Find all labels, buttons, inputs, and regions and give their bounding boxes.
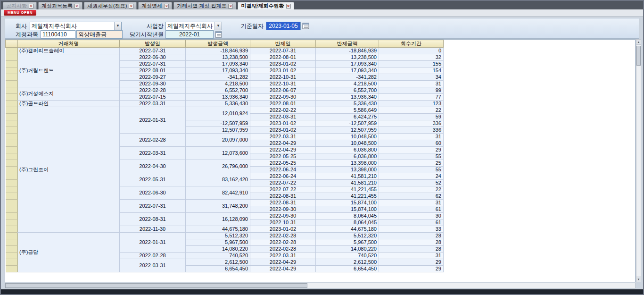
cell-settle-date[interactable]: 2022-04-29 — [250, 147, 316, 153]
cell-settle-date[interactable]: 2022-10-31 — [250, 74, 316, 81]
cell-occur-date[interactable]: 2022-07-31 — [120, 48, 186, 54]
cell-collection-days[interactable]: 55 — [379, 153, 444, 160]
cell-settle-amount[interactable]: 6,654,450 — [316, 266, 379, 272]
cell-occur-date[interactable]: 2022-07-31 — [120, 200, 186, 213]
cell-settle-date[interactable]: 2022-04-29 — [250, 259, 316, 266]
cell-customer-name[interactable]: (주)골드라인 — [18, 101, 120, 107]
cell-collection-days[interactable]: 31 — [379, 253, 444, 259]
cell-settle-amount[interactable]: 14,080,220 — [316, 246, 379, 253]
cell-collection-days[interactable]: 32 — [379, 54, 444, 61]
cell-occur-amount[interactable]: 13,238,500 — [186, 54, 250, 61]
cell-settle-date[interactable]: 2022-09-30 — [250, 94, 316, 101]
cell-occur-date[interactable]: 2022-09-27 — [120, 74, 186, 81]
row-selector[interactable] — [6, 226, 18, 233]
cell-settle-amount[interactable]: 5,586,649 — [316, 107, 379, 114]
cell-settle-date[interactable]: 2022-08-01 — [250, 101, 316, 107]
cell-customer-name[interactable]: (주)갤러리드슬레이 — [18, 48, 120, 54]
cell-occur-date[interactable]: 2022-08-31 — [120, 213, 186, 226]
tab-notice[interactable]: 공지사항× — [3, 2, 37, 9]
row-selector[interactable] — [6, 180, 18, 186]
cell-collection-days[interactable]: 336 — [379, 127, 444, 134]
cell-customer-name[interactable]: (주)그린조이 — [18, 107, 120, 233]
cell-collection-days[interactable]: 77 — [379, 94, 444, 101]
cell-settle-amount[interactable]: -17,093,340 — [316, 67, 379, 74]
base-date-input[interactable]: 2023-01-05 — [266, 22, 301, 30]
cell-occur-amount[interactable]: -18,846,939 — [186, 48, 250, 54]
row-selector[interactable] — [6, 74, 18, 81]
cell-occur-amount[interactable]: 16,128,090 — [186, 213, 250, 226]
row-selector[interactable] — [6, 87, 18, 94]
cell-settle-date[interactable]: 2022-10-31 — [250, 219, 316, 226]
cell-collection-days[interactable]: 22 — [379, 186, 444, 193]
row-selector[interactable] — [6, 259, 18, 266]
cell-occur-date[interactable]: 2022-02-28 — [120, 253, 186, 259]
row-selector[interactable] — [6, 107, 18, 114]
cell-settle-amount[interactable]: 41,581,210 — [316, 180, 379, 186]
cell-collection-days[interactable]: 155 — [379, 61, 444, 67]
cell-settle-amount[interactable]: 5,512,320 — [316, 233, 379, 239]
cell-occur-date[interactable]: 2022-01-31 — [120, 107, 186, 134]
cell-occur-amount[interactable]: 83,162,420 — [186, 173, 250, 186]
cell-collection-days[interactable]: 31 — [379, 81, 444, 87]
cell-occur-date[interactable]: 2022-06-30 — [120, 186, 186, 200]
cell-settle-amount[interactable]: 8,064,045 — [316, 213, 379, 219]
cell-collection-days[interactable]: 55 — [379, 167, 444, 173]
cell-occur-amount[interactable]: 4,218,500 — [186, 81, 250, 87]
cell-settle-date[interactable]: 2022-07-22 — [250, 186, 316, 193]
cell-settle-amount[interactable]: 740,520 — [316, 253, 379, 259]
cell-occur-amount[interactable]: 14,080,220 — [186, 246, 250, 253]
tab-account-detail[interactable]: 계정명세× — [138, 2, 172, 9]
cell-collection-days[interactable]: 62 — [379, 193, 444, 200]
cell-occur-date[interactable]: 2022-01-31 — [120, 233, 186, 253]
row-selector[interactable] — [6, 173, 18, 180]
cell-occur-date[interactable]: 2022-03-31 — [120, 259, 186, 272]
cell-settle-date[interactable]: 2022-03-31 — [250, 253, 316, 259]
cell-occur-date[interactable]: 2022-03-31 — [120, 101, 186, 107]
cell-occur-date[interactable]: 2022-07-31 — [120, 61, 186, 67]
row-selector[interactable] — [6, 239, 18, 246]
cell-settle-amount[interactable]: 2,612,500 — [316, 259, 379, 266]
row-selector[interactable] — [6, 54, 18, 61]
cell-occur-amount[interactable]: 44,675,180 — [186, 226, 250, 233]
cell-occur-amount[interactable]: 5,967,500 — [186, 239, 250, 246]
cell-occur-amount[interactable]: -341,282 — [186, 74, 250, 81]
menu-open-button[interactable]: MENU OPEN — [4, 10, 36, 16]
cell-collection-days[interactable]: 52 — [379, 180, 444, 186]
cell-collection-days[interactable]: 30 — [379, 213, 444, 219]
cell-settle-date[interactable]: 2023-01-02 — [250, 67, 316, 74]
cell-settle-date[interactable]: 2022-02-28 — [250, 239, 316, 246]
cell-occur-amount[interactable]: 31,748,200 — [186, 200, 250, 213]
cell-occur-date[interactable]: 2022-11-30 — [120, 226, 186, 233]
cell-settle-date[interactable]: 2022-02-22 — [250, 107, 316, 114]
cell-collection-days[interactable]: 31 — [379, 200, 444, 206]
cell-settle-amount[interactable]: 41,221,455 — [316, 186, 379, 193]
cell-settle-date[interactable]: 2022-07-22 — [250, 180, 316, 186]
cell-occur-amount[interactable]: 2,612,500 — [186, 259, 250, 266]
cell-settle-date[interactable]: 2022-03-31 — [250, 134, 316, 140]
cell-settle-date[interactable]: 2023-01-02 — [250, 127, 316, 134]
close-icon[interactable]: × — [228, 4, 233, 8]
cell-settle-date[interactable]: 2022-06-24 — [250, 173, 316, 180]
tab-customer-account-summary[interactable]: 거래처별 계정 집계표× — [173, 2, 236, 9]
row-selector[interactable] — [6, 186, 18, 193]
cell-collection-days[interactable]: 28 — [379, 246, 444, 253]
row-selector[interactable] — [6, 114, 18, 120]
cell-customer-name[interactable]: (주)거성에스지 — [18, 87, 120, 101]
cell-settle-date[interactable]: 2023-01-02 — [250, 120, 316, 127]
cell-occur-amount[interactable]: 5,336,430 — [186, 101, 250, 107]
cell-settle-date[interactable]: 2022-09-30 — [250, 213, 316, 219]
cell-occur-date[interactable]: 2022-04-30 — [120, 160, 186, 173]
cell-settle-amount[interactable]: 5,336,430 — [316, 101, 379, 107]
cell-collection-days[interactable]: 60 — [379, 140, 444, 147]
row-selector[interactable] — [6, 61, 18, 67]
cell-collection-days[interactable]: 33 — [379, 226, 444, 233]
tab-open-settlement-collection[interactable]: 미결/반제회수현황× — [238, 2, 294, 9]
cell-settle-amount[interactable]: 6,552,700 — [316, 87, 379, 94]
close-icon[interactable]: × — [129, 4, 133, 8]
cell-occur-amount[interactable]: 12,507,959 — [186, 127, 250, 134]
cell-collection-days[interactable]: 154 — [379, 67, 444, 74]
cell-occur-date[interactable]: 2022-02-28 — [120, 134, 186, 147]
site-select[interactable]: 제일제지주식회사 ▼ — [165, 22, 222, 30]
cell-settle-amount[interactable]: 10,048,500 — [316, 134, 379, 140]
cell-settle-amount[interactable]: 5,967,500 — [316, 239, 379, 246]
